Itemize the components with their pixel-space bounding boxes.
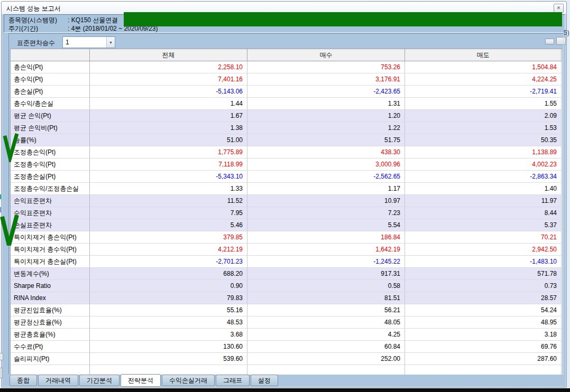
row-label: 특이치제거 총손익(Pt) <box>11 231 90 244</box>
cell-total: 55.16 <box>90 304 247 316</box>
row-label: 총손익(Pt) <box>11 61 90 73</box>
cell-buy: -1,245.22 <box>247 256 405 268</box>
cell-buy: 186.84 <box>247 231 405 244</box>
row-label: 변동계수(%) <box>11 268 90 280</box>
cell-buy: 1.17 <box>247 183 405 195</box>
cell-sell: 1.55 <box>405 98 562 110</box>
tab-4[interactable]: 수익손실거래 <box>162 375 215 386</box>
cell-total: 3.68 <box>90 329 247 341</box>
report-window: 시스템 성능 보고서 ✕ 종목명(시스템명): KQ150 선물연결 주기(기간… <box>1 1 567 388</box>
performance-table: 전체매수매도 총손익(Pt)2,258.10753.261,504.84총수익(… <box>10 49 562 375</box>
annotation-checkmark-1 <box>2 132 19 162</box>
cell-total: 1.67 <box>90 110 247 122</box>
table-row: 변동계수(%)688.20917.31571.78 <box>11 268 562 280</box>
cell-total: 1.38 <box>90 122 247 134</box>
table-filler-row <box>11 365 562 375</box>
row-label: 수수료(Pt) <box>11 341 90 353</box>
cell-buy: 4.25 <box>247 329 405 341</box>
cell-buy: 3,000.96 <box>247 158 405 171</box>
tab-6[interactable]: 설정 <box>251 375 278 386</box>
background-window-fragment <box>0 207 2 212</box>
background-window-fragment <box>0 368 3 378</box>
cell-buy: 81.51 <box>247 292 405 304</box>
cell-sell: 4,002.23 <box>405 158 562 171</box>
cell-buy: 3,176.91 <box>247 73 405 86</box>
cell-sell: -2,863.34 <box>405 171 562 183</box>
table-row: Sharpe Ratio0.900.580.73 <box>11 280 562 292</box>
column-header <box>11 49 90 61</box>
table-row: 평균 손익(Pt)1.671.202.09 <box>11 110 562 122</box>
cell-buy: -2,423.65 <box>247 86 405 98</box>
cell-sell: 1.40 <box>405 183 562 195</box>
row-label: Sharpe Ratio <box>11 280 90 292</box>
cell-total: 7.95 <box>90 207 247 219</box>
cell-sell: 11.97 <box>405 195 562 207</box>
tab-5[interactable]: 그래프 <box>216 375 250 386</box>
cell-sell: 28.57 <box>405 292 562 304</box>
cell-total: 539.60 <box>90 353 247 365</box>
cell-buy: 1,642.19 <box>247 244 405 256</box>
cell-total: 48.53 <box>90 316 247 329</box>
cell-sell: 48.95 <box>405 316 562 329</box>
row-label: 손실표준편차 <box>11 219 90 231</box>
cell-total: 11.52 <box>90 195 247 207</box>
tab-1[interactable]: 거래내역 <box>38 375 78 386</box>
cell-buy: 7.23 <box>247 207 405 219</box>
tab-3[interactable]: 전략분석 <box>121 374 161 387</box>
cell-buy: 252.00 <box>247 353 405 365</box>
cell-sell: 0.73 <box>405 280 562 292</box>
cell-sell: -1,483.10 <box>405 256 562 268</box>
table-row: 평균청산효율(%)48.5348.0548.95 <box>11 316 562 329</box>
chevron-down-icon[interactable]: ▼ <box>106 37 115 48</box>
cell-buy: 1.20 <box>247 110 405 122</box>
close-icon[interactable]: ✕ <box>554 4 564 13</box>
clipped-text-fragment: 5) <box>564 29 569 36</box>
table-body: 총손익(Pt)2,258.10753.261,504.84총수익(Pt)7,40… <box>11 61 562 365</box>
stddev-multiplier-label: 표준편차승수 <box>17 38 55 48</box>
stddev-multiplier-dropdown[interactable]: 1 ▼ <box>62 36 115 48</box>
cell-sell: 3.18 <box>405 329 562 341</box>
cell-total: 2,258.10 <box>90 61 247 73</box>
table-header-row: 전체매수매도 <box>11 49 562 61</box>
cell-total: 1.33 <box>90 183 247 195</box>
row-label: 조정총손실(Pt) <box>11 171 90 183</box>
row-label: 총수익/총손실 <box>11 98 90 110</box>
cell-total: 688.20 <box>90 268 247 280</box>
table-row: 특이치제거 총수익(Pt)4,212.191,642.192,942.50 <box>11 244 562 256</box>
row-label: 평균총효율(%) <box>11 329 90 341</box>
cell-sell: 70.21 <box>405 231 562 244</box>
cell-buy: -2,562.65 <box>247 171 405 183</box>
table-row: 평균 손익비(Pt)1.381.221.53 <box>11 122 562 134</box>
window-title: 시스템 성능 보고서 <box>6 4 61 13</box>
table-row: 특이치제거 총손익(Pt)379.85186.8470.21 <box>11 231 562 244</box>
row-label: 특이치제거 총손실(Pt) <box>11 256 90 268</box>
row-label: 조정총수익/조정총손실 <box>11 183 90 195</box>
tab-0[interactable]: 종합 <box>10 375 37 386</box>
row-label: 조정총수익(Pt) <box>11 158 90 171</box>
table-row: 조정총손익(Pt)1,775.89438.301,138.89 <box>11 146 562 158</box>
table-row: 총수익/총손실1.441.311.55 <box>11 98 562 110</box>
cell-buy: 438.30 <box>247 146 405 158</box>
cell-sell: 1.53 <box>405 122 562 134</box>
table-row: 수수료(Pt)130.6060.8469.76 <box>11 341 562 353</box>
cell-total: 1.44 <box>90 98 247 110</box>
table-row: 손익표준편차11.5210.9711.97 <box>11 195 562 207</box>
cell-buy: 60.84 <box>247 341 405 353</box>
symbol-field: 종목명(시스템명): KQ150 선물연결 <box>8 16 118 24</box>
period-label: 주기(기간) <box>8 24 68 33</box>
cell-sell: 287.60 <box>405 353 562 365</box>
table-row: 손실표준편차5.465.545.37 <box>11 219 562 231</box>
row-label: 평균 손익비(Pt) <box>11 122 90 134</box>
column-header: 전체 <box>90 49 247 61</box>
cell-sell: 50.35 <box>405 134 562 146</box>
row-label: 수익표준편차 <box>11 207 90 219</box>
cell-total: -5,143.06 <box>90 86 247 98</box>
row-label: 평균진입효율(%) <box>11 304 90 316</box>
cell-total: 51.00 <box>90 134 247 146</box>
cell-sell: 1,138.89 <box>405 146 562 158</box>
table-row: 평균진입효율(%)55.1656.2154.24 <box>11 304 562 316</box>
row-label: 총손실(Pt) <box>11 86 90 98</box>
symbol-label: 종목명(시스템명) <box>8 16 68 24</box>
tab-2[interactable]: 기간분석 <box>79 375 119 386</box>
table-row: 승률(%)51.0051.7550.35 <box>11 134 562 146</box>
